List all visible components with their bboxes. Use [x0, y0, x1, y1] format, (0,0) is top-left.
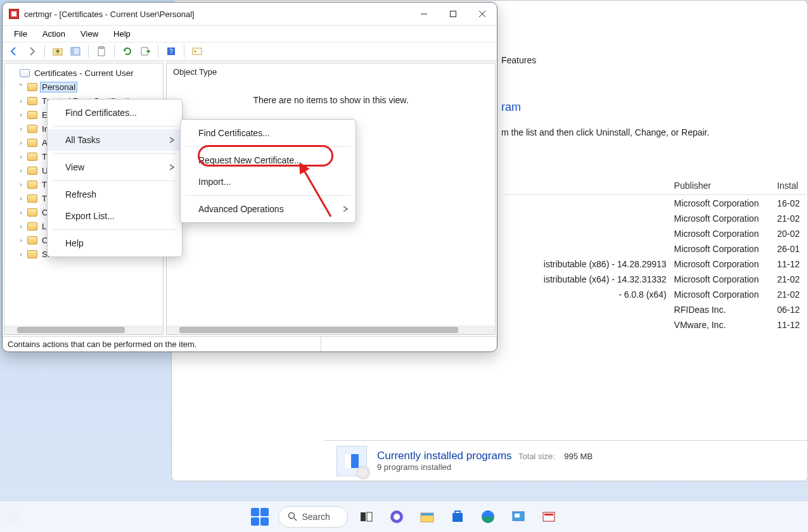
- export-icon[interactable]: [138, 44, 153, 59]
- features-link[interactable]: Features: [501, 55, 536, 65]
- table-row[interactable]: istributable (x64) - 14.32.31332Microsof…: [503, 272, 806, 286]
- folder-icon: [27, 167, 37, 175]
- expand-icon[interactable]: ›: [17, 194, 25, 202]
- toolbar[interactable]: ?: [3, 42, 497, 61]
- titlebar[interactable]: certmgr - [Certificates - Current User\P…: [3, 3, 497, 25]
- status-text: Contains actions that can be performed o…: [8, 339, 196, 349]
- refresh-icon[interactable]: [120, 44, 135, 59]
- nav-back-icon[interactable]: [6, 44, 22, 59]
- start-button[interactable]: [248, 505, 272, 529]
- help-icon[interactable]: ?: [164, 44, 179, 59]
- programs-summary-bar: Currently installed programs Total size:…: [324, 440, 807, 481]
- menu-file[interactable]: File: [8, 28, 34, 40]
- expand-icon[interactable]: ›: [17, 222, 25, 230]
- folder-icon: [27, 250, 37, 258]
- table-row[interactable]: Microsoft Corporation26-01: [503, 242, 806, 256]
- ctx-export-list[interactable]: Export List...: [48, 205, 182, 227]
- programs-thumb-icon: [337, 446, 367, 476]
- folder-icon: [27, 222, 37, 231]
- uninstall-heading: ram: [501, 101, 521, 114]
- expand-icon[interactable]: ›: [17, 208, 25, 216]
- menu-help[interactable]: Help: [107, 28, 137, 40]
- menu-view[interactable]: View: [74, 28, 105, 40]
- clipboard-icon[interactable]: [94, 44, 109, 59]
- close-button[interactable]: [468, 4, 497, 24]
- menu-action[interactable]: Action: [36, 28, 72, 40]
- svg-line-21: [294, 518, 297, 521]
- svg-rect-27: [421, 513, 433, 516]
- table-row[interactable]: Microsoft Corporation16-02: [503, 196, 806, 210]
- up-folder-icon[interactable]: [50, 44, 65, 59]
- folder-icon: [27, 97, 37, 105]
- cert-root-icon: [20, 69, 30, 77]
- list-column-header[interactable]: Object Type: [167, 63, 495, 80]
- certmgr-icon: [9, 9, 19, 19]
- installed-programs-table[interactable]: Publisher Instal Microsoft Corporation16…: [501, 177, 807, 333]
- table-row[interactable]: VMware, Inc.11-12: [503, 318, 806, 332]
- edge-browser-icon[interactable]: [476, 505, 500, 529]
- expand-icon[interactable]: ˅: [17, 83, 25, 91]
- summary-total-value: 995 MB: [564, 452, 593, 461]
- ctx-sub-advanced-operations[interactable]: Advanced Operations: [181, 198, 356, 220]
- ctx-sub-request-new-certificate[interactable]: Request New Certificate...: [181, 149, 356, 171]
- chevron-right-icon: [169, 135, 174, 145]
- certificates-icon[interactable]: [189, 44, 205, 59]
- list-horizontal-scrollbar[interactable]: [167, 326, 495, 334]
- ctx-sub-find[interactable]: Find Certificates...: [181, 122, 356, 144]
- folder-icon: [27, 208, 37, 217]
- expand-icon[interactable]: ›: [17, 125, 25, 132]
- expand-icon[interactable]: ›: [17, 97, 25, 104]
- expand-icon[interactable]: ›: [17, 236, 25, 244]
- svg-rect-1: [345, 454, 351, 468]
- taskbar-search[interactable]: Search: [278, 506, 348, 528]
- certmgr-taskbar-icon[interactable]: [537, 505, 561, 529]
- col-installed[interactable]: Instal: [777, 178, 806, 195]
- ctx-sub-import[interactable]: Import...: [181, 171, 356, 193]
- table-row[interactable]: Microsoft Corporation20-02: [503, 227, 806, 241]
- folder-icon: [27, 111, 37, 119]
- menu-bar[interactable]: File Action View Help: [3, 25, 497, 42]
- expand-icon[interactable]: ›: [17, 180, 25, 188]
- table-row[interactable]: RFIDeas Inc.06-12: [503, 303, 806, 317]
- table-row[interactable]: - 6.0.8 (x64)Microsoft Corporation21-02: [503, 288, 806, 301]
- expand-icon[interactable]: ›: [17, 153, 25, 160]
- maximize-button[interactable]: [439, 4, 468, 24]
- tree-root[interactable]: Certificates - Current User: [4, 66, 163, 80]
- minimize-button[interactable]: [409, 4, 439, 24]
- folder-icon: [27, 194, 37, 203]
- folder-icon: [27, 180, 37, 189]
- taskbar[interactable]: Search: [0, 500, 808, 532]
- folder-icon: [27, 139, 37, 147]
- task-view-icon[interactable]: [354, 505, 378, 529]
- ctx-find-certificates[interactable]: Find Certificates...: [48, 102, 182, 124]
- screen-snip-icon[interactable]: [506, 505, 530, 529]
- expand-icon[interactable]: ›: [17, 250, 25, 258]
- chevron-right-icon: [169, 162, 174, 172]
- tree-horizontal-scrollbar[interactable]: [4, 326, 163, 334]
- tree-node[interactable]: ˅Personal: [4, 80, 163, 94]
- ctx-help[interactable]: Help: [48, 232, 182, 254]
- status-bar: Contains actions that can be performed o…: [3, 336, 497, 352]
- ctx-refresh[interactable]: Refresh: [48, 184, 182, 205]
- ctx-all-tasks[interactable]: All Tasks: [48, 129, 182, 151]
- microsoft-store-icon[interactable]: [446, 505, 470, 529]
- col-publisher[interactable]: Publisher: [674, 178, 776, 195]
- ctx-view[interactable]: View: [48, 156, 182, 178]
- chat-icon[interactable]: [385, 505, 409, 529]
- expand-icon[interactable]: ›: [17, 139, 25, 146]
- summary-total-label: Total size:: [518, 452, 555, 461]
- svg-point-15: [194, 50, 196, 53]
- context-menu-main[interactable]: Find Certificates... All Tasks View Refr…: [47, 99, 183, 257]
- table-row[interactable]: Microsoft Corporation21-02: [503, 212, 806, 225]
- expand-icon[interactable]: ›: [17, 111, 25, 118]
- file-explorer-icon[interactable]: [415, 505, 439, 529]
- svg-rect-23: [367, 512, 372, 521]
- svg-rect-29: [455, 511, 460, 514]
- table-row[interactable]: istributable (x86) - 14.28.29913Microsof…: [503, 257, 806, 271]
- window-title: certmgr - [Certificates - Current User\P…: [24, 10, 409, 19]
- expand-icon[interactable]: ›: [17, 167, 25, 174]
- folder-icon: [27, 236, 37, 244]
- nav-forward-icon[interactable]: [24, 44, 39, 59]
- show-tree-icon[interactable]: [68, 44, 83, 59]
- context-menu-all-tasks[interactable]: Find Certificates... Request New Certifi…: [180, 119, 356, 223]
